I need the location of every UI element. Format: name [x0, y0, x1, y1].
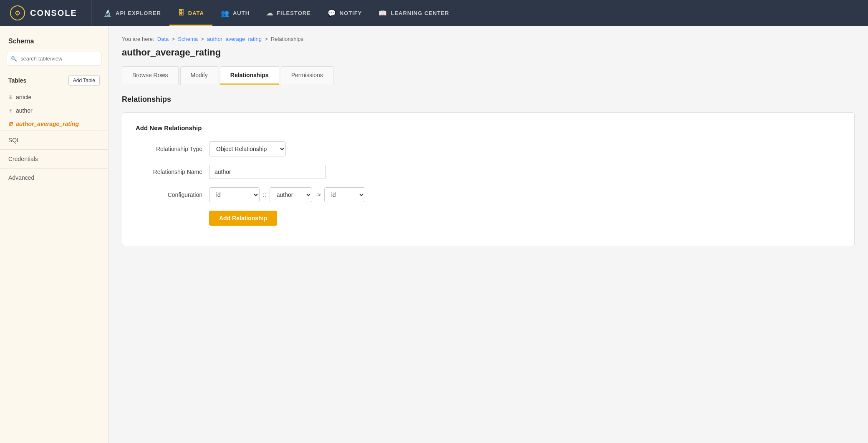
table-icon-author: ⊞: [8, 108, 13, 113]
nav-item-notify[interactable]: 💬 NOTIFY: [319, 0, 371, 26]
breadcrumb-table[interactable]: author_average_rating: [207, 36, 262, 42]
sidebar-item-sql[interactable]: SQL: [0, 131, 108, 149]
breadcrumb: You are here: Data > Schema > author_ave…: [122, 36, 855, 42]
config-middle-select[interactable]: authorarticle: [270, 187, 312, 202]
tables-label: Tables: [8, 77, 26, 84]
tab-relationships[interactable]: Relationships: [220, 66, 279, 85]
breadcrumb-schema[interactable]: Schema: [178, 36, 198, 42]
nav-item-data[interactable]: 🗄 DATA: [169, 0, 212, 26]
add-relationship-button[interactable]: Add Relationship: [209, 211, 277, 226]
sidebar-search: 🔍: [7, 52, 101, 65]
config-right-select[interactable]: idname: [324, 187, 365, 202]
relationship-type-row: Relationship Type Object RelationshipArr…: [136, 141, 841, 156]
section-title: Relationships: [122, 95, 855, 104]
learning-center-icon: 📖: [378, 9, 387, 17]
tables-header: Tables Add Table: [0, 72, 108, 89]
tab-browse-rows[interactable]: Browse Rows: [122, 66, 179, 85]
config-arrow: ->: [315, 191, 321, 198]
page-title: author_average_rating: [122, 47, 855, 58]
table-icon-article: ⊞: [8, 94, 13, 100]
relationship-type-select[interactable]: Object RelationshipArray Relationship: [209, 141, 286, 156]
search-input[interactable]: [7, 52, 101, 65]
sidebar-item-credentials[interactable]: Credentials: [0, 149, 108, 168]
logo: ⚙ CONSOLE: [0, 0, 92, 26]
nav-item-learning-center[interactable]: 📖 LEARNING CENTER: [370, 0, 457, 26]
relationship-type-label: Relationship Type: [136, 146, 202, 152]
api-explorer-icon: 🔬: [103, 9, 112, 17]
breadcrumb-data[interactable]: Data: [157, 36, 169, 42]
breadcrumb-current: Relationships: [271, 36, 303, 42]
nav-item-filestore[interactable]: ☁ FILESTORE: [258, 0, 319, 26]
auth-icon: 👥: [221, 9, 230, 17]
sidebar: Schema 🔍 Tables Add Table ⊞ article ⊞ au…: [0, 26, 108, 443]
main-content: You are here: Data > Schema > author_ave…: [108, 26, 868, 443]
notify-icon: 💬: [328, 9, 336, 17]
nav-item-auth[interactable]: 👥 AUTH: [212, 0, 258, 26]
logo-text: CONSOLE: [30, 8, 77, 18]
search-icon: 🔍: [11, 56, 17, 62]
table-icon-author-average-rating: ⊞: [8, 121, 13, 127]
configuration-controls: idauthor_id :: authorarticle -> idname: [209, 187, 365, 202]
sidebar-section-title: Schema: [0, 34, 108, 52]
sidebar-item-author-average-rating[interactable]: ⊞ author_average_rating: [0, 117, 108, 131]
sidebar-item-advanced[interactable]: Advanced: [0, 168, 108, 187]
sidebar-item-article[interactable]: ⊞ article: [0, 91, 108, 104]
relationship-name-label: Relationship Name: [136, 169, 202, 175]
logo-icon: ⚙: [10, 5, 25, 20]
nav-item-api-explorer[interactable]: 🔬 API EXPLORER: [95, 0, 169, 26]
tabs: Browse Rows Modify Relationships Permiss…: [122, 66, 855, 85]
add-table-button[interactable]: Add Table: [68, 76, 100, 86]
add-relationship-card: Add New Relationship Relationship Type O…: [122, 112, 855, 246]
tab-modify[interactable]: Modify: [180, 66, 218, 85]
configuration-label: Configuration: [136, 191, 202, 198]
data-icon: 🗄: [178, 9, 185, 17]
relationship-name-input[interactable]: [209, 165, 326, 179]
configuration-row: Configuration idauthor_id :: authorartic…: [136, 187, 841, 202]
submit-row: Add Relationship: [136, 211, 841, 226]
top-nav: ⚙ CONSOLE 🔬 API EXPLORER 🗄 DATA 👥 AUTH ☁…: [0, 0, 868, 26]
relationship-name-row: Relationship Name: [136, 165, 841, 179]
config-separator: ::: [263, 191, 266, 198]
filestore-icon: ☁: [266, 9, 273, 17]
card-title: Add New Relationship: [136, 124, 841, 131]
nav-items: 🔬 API EXPLORER 🗄 DATA 👥 AUTH ☁ FILESTORE…: [92, 0, 457, 26]
sidebar-item-author[interactable]: ⊞ author: [0, 104, 108, 117]
tab-permissions[interactable]: Permissions: [281, 66, 333, 85]
config-left-select[interactable]: idauthor_id: [209, 187, 260, 202]
